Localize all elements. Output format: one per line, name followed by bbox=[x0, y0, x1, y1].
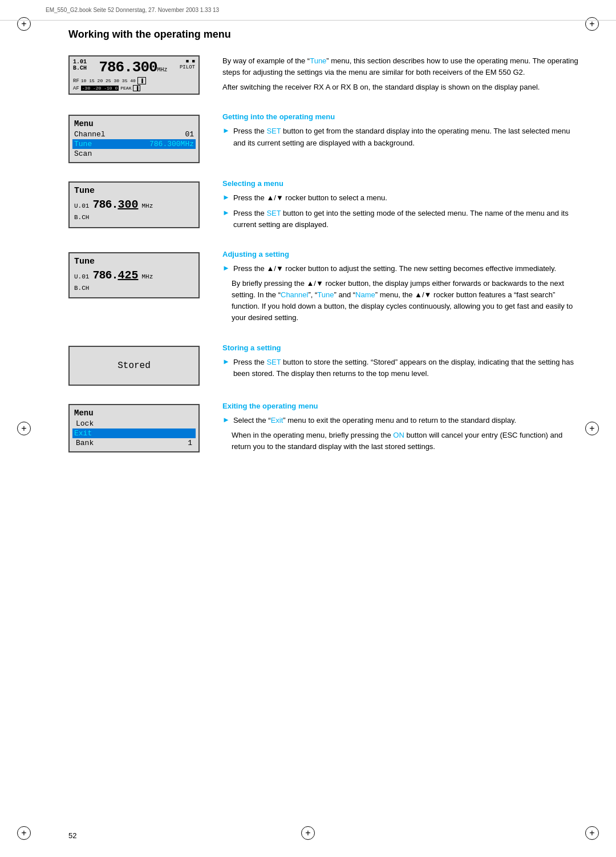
tune-row-1: U.01 B.CH 786.300 MHz bbox=[74, 198, 194, 224]
reg-mark-bottom-mid bbox=[301, 826, 315, 840]
exit-label: Exit bbox=[74, 429, 92, 438]
storing-right: Storing a setting ► Press the SET button… bbox=[222, 343, 582, 383]
getting-into-bullet1-text: Press the SET button to get from the sta… bbox=[233, 126, 582, 148]
tune-display-2-title: Tune bbox=[74, 257, 194, 266]
tune-freq-2: 786.425 bbox=[92, 269, 138, 282]
menu-row-tune-selected: Tune 786.300MHz bbox=[72, 139, 196, 149]
exit-link: Exit bbox=[271, 416, 283, 425]
reg-mark-bottom-left bbox=[17, 826, 31, 840]
exiting-bullet1-text: Select the “Exit” menu to exit the opera… bbox=[233, 415, 516, 426]
getting-into-heading: Getting into the operating menu bbox=[222, 112, 582, 121]
tune-mhz-2: MHz bbox=[141, 273, 153, 280]
pilot-label: PILOT bbox=[180, 64, 195, 70]
getting-into-display: Menu Channel 01 Tune 786.300MHz Scan bbox=[68, 115, 205, 163]
exiting-right: Exiting the operating menu ► Select the … bbox=[222, 402, 582, 456]
tune-labels-2: U.01 B.CH bbox=[74, 272, 89, 294]
battery-icon2: ▐ bbox=[133, 85, 140, 91]
bch-label: B.CH bbox=[73, 65, 87, 71]
set-link-1: SET bbox=[266, 127, 281, 135]
menu-tune-value: 786.300MHz bbox=[149, 140, 194, 148]
exiting-bullet1: ► Select the “Exit” menu to exit the ope… bbox=[222, 415, 582, 426]
header-bar: EM_550_G2.book Seite 52 Donnerstag, 27. … bbox=[0, 0, 616, 21]
menu-channel-label: Channel bbox=[74, 130, 106, 139]
exit-menu-display: Menu Lock Exit Bank 1 bbox=[68, 404, 200, 452]
bank-label: Bank bbox=[76, 439, 94, 447]
bullet-arrow-6: ► bbox=[222, 415, 230, 424]
menu-channel-value: 01 bbox=[185, 130, 194, 139]
selecting-heading: Selecting a menu bbox=[222, 179, 582, 188]
tune-freq-1: 786.300 bbox=[92, 198, 138, 211]
selecting-bullet2-text: Press the SET button to get into the set… bbox=[233, 208, 582, 231]
selecting-bullet2: ► Press the SET button to get into the s… bbox=[222, 208, 582, 231]
storing-bullet1: ► Press the SET button to store the sett… bbox=[222, 357, 582, 379]
getting-into-right: Getting into the operating menu ► Press … bbox=[222, 112, 582, 152]
selecting-bullet1-text: Press the ▲/▼ rocker button to select a … bbox=[233, 192, 387, 204]
storing-bullet1-text: Press the SET button to store the settin… bbox=[233, 357, 582, 379]
peak-label: PEAK bbox=[120, 86, 131, 91]
af-label: AF bbox=[73, 86, 79, 91]
stored-display: Stored bbox=[68, 346, 200, 386]
adjusting-display: Tune U.01 B.CH 786.425 MHz bbox=[68, 252, 205, 299]
bullet-arrow-5: ► bbox=[222, 357, 230, 366]
reg-mark-mid-left bbox=[17, 422, 31, 435]
name-link: Name bbox=[355, 290, 375, 299]
selecting-right: Selecting a menu ► Press the ▲/▼ rocker … bbox=[222, 179, 582, 233]
bank-value: 1 bbox=[188, 439, 192, 447]
adjusting-heading: Adjusting a setting bbox=[222, 250, 582, 258]
intro-para2: After switching the receiver RX A or RX … bbox=[222, 82, 582, 93]
on-link: ON bbox=[393, 431, 404, 439]
bullet-arrow-1: ► bbox=[222, 126, 230, 135]
tune-row-2: U.01 B.CH 786.425 MHz bbox=[74, 269, 194, 294]
set-link-3: SET bbox=[266, 358, 281, 366]
menu-scan-label: Scan bbox=[74, 149, 92, 158]
section-storing: Stored Storing a setting ► Press the SET… bbox=[68, 343, 582, 386]
menu-row-scan: Scan bbox=[74, 149, 194, 159]
intro-display-left: 1.01 B.CH 786.300MHz ■ ■ PILOT RF 10 15 … bbox=[68, 55, 205, 96]
section-getting-into: Menu Channel 01 Tune 786.300MHz Scan Get… bbox=[68, 112, 582, 163]
bullet-arrow-4: ► bbox=[222, 264, 230, 272]
exiting-display: Menu Lock Exit Bank 1 bbox=[68, 404, 205, 452]
rf-label: RF bbox=[73, 78, 79, 84]
menu-display-1: Menu Channel 01 Tune 786.300MHz Scan bbox=[68, 115, 200, 163]
reg-mark-mid-right bbox=[585, 422, 599, 435]
mhz-label: MHz bbox=[157, 67, 168, 73]
rf-scale: 10 15 20 25 30 35 40 bbox=[81, 78, 136, 83]
u-label-1: U.01 bbox=[74, 201, 89, 212]
selecting-display: Tune U.01 B.CH 786.300 MHz bbox=[68, 181, 205, 228]
adjusting-bullet1-text: Press the ▲/▼ rocker button to adjust th… bbox=[233, 263, 556, 274]
header-text: EM_550_G2.book Seite 52 Donnerstag, 27. … bbox=[46, 7, 219, 13]
adjusting-bullet1: ► Press the ▲/▼ rocker button to adjust … bbox=[222, 263, 582, 274]
exit-row-lock: Lock bbox=[74, 419, 194, 428]
signal-icons: ■ ■ bbox=[180, 59, 195, 64]
exit-row-exit-selected: Exit bbox=[72, 428, 196, 438]
battery-icon: ▐ bbox=[137, 77, 146, 84]
lock-label: Lock bbox=[76, 419, 94, 428]
section-adjusting: Tune U.01 B.CH 786.425 MHz Adjusting a s… bbox=[68, 250, 582, 328]
u-label-2: U.01 bbox=[74, 272, 89, 283]
menu-display-1-title: Menu bbox=[74, 119, 194, 128]
intro-block: 1.01 B.CH 786.300MHz ■ ■ PILOT RF 10 15 … bbox=[68, 55, 582, 96]
tune-display-2: Tune U.01 B.CH 786.425 MHz bbox=[68, 252, 200, 299]
intro-para1: By way of example of the “Tune” menu, th… bbox=[222, 55, 582, 78]
b-label-2: B.CH bbox=[74, 283, 89, 294]
tune-link-intro: Tune bbox=[310, 56, 326, 65]
getting-into-bullet1: ► Press the SET button to get from the s… bbox=[222, 126, 582, 148]
tune-mhz-1: MHz bbox=[141, 203, 153, 209]
exiting-para1: When in the operating menu, briefly pres… bbox=[232, 430, 582, 452]
tune-link-adjust: Tune bbox=[317, 290, 334, 299]
set-link-2: SET bbox=[266, 209, 281, 217]
exit-menu-title: Menu bbox=[74, 409, 194, 418]
freq-display: 786.300 bbox=[99, 59, 157, 76]
page-title: Working with the operating menu bbox=[68, 29, 582, 44]
storing-heading: Storing a setting bbox=[222, 343, 582, 352]
page-number: 52 bbox=[68, 831, 76, 840]
exit-row-bank: Bank 1 bbox=[74, 438, 194, 448]
tune-display-1: Tune U.01 B.CH 786.300 MHz bbox=[68, 181, 200, 228]
storing-display: Stored bbox=[68, 346, 205, 386]
ch-label: 1.01 bbox=[73, 59, 87, 65]
menu-row-channel: Channel 01 bbox=[74, 130, 194, 139]
b-label-1: B.CH bbox=[74, 212, 89, 224]
intro-right: By way of example of the “Tune” menu, th… bbox=[222, 55, 582, 96]
reg-mark-bottom-right bbox=[585, 826, 599, 840]
section-selecting: Tune U.01 B.CH 786.300 MHz Selecting a m… bbox=[68, 179, 582, 233]
